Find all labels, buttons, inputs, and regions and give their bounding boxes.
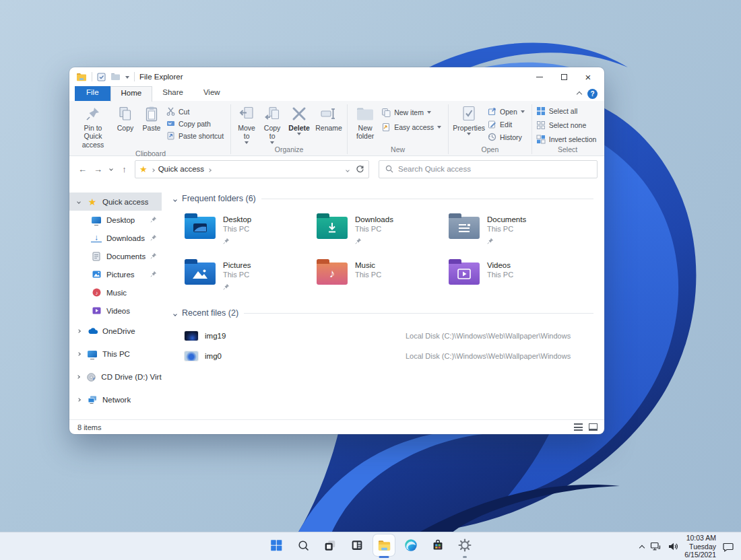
taskbar-clock[interactable]: 10:03 AM Tuesday 6/15/2021 <box>684 534 716 559</box>
search-input[interactable] <box>398 165 591 173</box>
select-all-button[interactable]: Select all <box>535 106 601 116</box>
sidebar-item-network[interactable]: Network <box>69 388 162 411</box>
new-folder-button[interactable]: New folder <box>350 103 380 141</box>
search-box[interactable] <box>379 160 598 178</box>
folder-tile-documents[interactable]: Documents This PC <box>449 211 581 250</box>
folder-tile-pictures[interactable]: Pictures This PC <box>185 257 317 296</box>
paste-button[interactable]: Paste <box>138 103 165 132</box>
tab-view[interactable]: View <box>193 86 230 101</box>
recent-file-row[interactable]: img0 Local Disk (C:)\Windows\Web\Wallpap… <box>185 346 593 366</box>
move-to-button[interactable]: Move to <box>234 103 259 144</box>
sidebar-item-pictures[interactable]: Pictures <box>69 265 162 283</box>
file-explorer-window: File Explorer × File Home Share View ? <box>69 67 604 434</box>
pin-to-quick-access-button[interactable]: Pin to Quick access <box>73 103 112 149</box>
expand-chevron-icon[interactable] <box>75 201 82 203</box>
delete-button[interactable]: Delete <box>285 103 313 135</box>
file-explorer-button[interactable] <box>373 534 395 556</box>
breadcrumb[interactable]: Quick access <box>158 165 204 173</box>
details-view-icon[interactable] <box>574 423 583 431</box>
copy-path-button[interactable]: Copy path <box>165 118 228 129</box>
help-icon[interactable]: ? <box>587 89 598 99</box>
minimize-button[interactable] <box>527 68 552 85</box>
qat-new-folder-icon[interactable] <box>110 73 121 81</box>
easy-access-button[interactable]: Easy access <box>380 122 445 133</box>
folder-tile-videos[interactable]: Videos This PC <box>449 257 581 296</box>
tray-overflow-chevron-icon[interactable] <box>640 540 644 553</box>
pin-icon <box>355 235 393 247</box>
folder-tile-downloads[interactable]: Downloads This PC <box>317 211 449 250</box>
settings-gear-icon <box>457 538 472 553</box>
folder-tile-music[interactable]: ♪ Music This PC <box>317 257 449 296</box>
collapse-section-icon[interactable] <box>174 194 176 203</box>
settings-button[interactable] <box>454 534 476 556</box>
large-icons-view-icon[interactable] <box>589 423 598 431</box>
properties-icon <box>462 105 476 123</box>
search-button[interactable] <box>292 534 314 556</box>
start-button[interactable] <box>265 534 287 556</box>
sidebar-item-onedrive[interactable]: OneDrive <box>69 320 162 343</box>
task-view-icon <box>323 538 337 553</box>
copy-to-button[interactable]: Copy to <box>259 103 285 144</box>
expand-chevron-icon[interactable] <box>75 353 82 355</box>
close-button[interactable]: × <box>576 68 600 85</box>
notification-center-icon[interactable] <box>722 540 734 553</box>
properties-button[interactable]: Properties <box>451 103 486 135</box>
select-none-icon <box>536 120 546 130</box>
store-button[interactable] <box>427 534 449 556</box>
edit-button[interactable]: Edit <box>486 119 529 129</box>
recent-file-row[interactable]: img19 Local Disk (C:)\Windows\Web\Wallpa… <box>185 326 593 346</box>
sidebar-item-this-pc[interactable]: This PC <box>69 343 162 365</box>
up-button[interactable]: ↑ <box>117 161 132 177</box>
sidebar-item-downloads[interactable]: ↓ Downloads <box>69 229 162 247</box>
cut-button[interactable]: Cut <box>165 106 228 116</box>
sidebar-item-documents[interactable]: Documents <box>69 247 162 265</box>
maximize-button[interactable] <box>552 68 576 85</box>
breadcrumb-chevron-icon[interactable] <box>208 165 211 173</box>
qat-properties-icon[interactable] <box>97 73 106 81</box>
address-dropdown-icon[interactable] <box>346 165 349 173</box>
edit-icon <box>488 120 496 129</box>
qat-customize-dropdown-icon[interactable] <box>125 73 129 81</box>
new-item-icon <box>381 108 391 117</box>
volume-icon[interactable] <box>668 541 678 552</box>
collapse-section-icon[interactable] <box>174 308 176 318</box>
task-view-button[interactable] <box>319 534 341 556</box>
desktop-icon <box>91 215 102 225</box>
edge-button[interactable] <box>400 534 422 556</box>
ribbon-group-open: Properties Open Edit History <box>451 103 529 155</box>
expand-chevron-icon[interactable] <box>75 376 81 378</box>
sidebar-item-music[interactable]: ♪ Music <box>69 283 162 302</box>
select-none-button[interactable]: Select none <box>535 120 601 131</box>
sidebar-item-videos[interactable]: Videos <box>69 302 162 320</box>
cut-icon <box>166 107 175 116</box>
tab-home[interactable]: Home <box>110 86 153 102</box>
new-item-button[interactable]: New item <box>380 107 445 118</box>
invert-selection-button[interactable]: Invert selection <box>535 134 601 145</box>
folder-tile-desktop[interactable]: Desktop This PC <box>185 211 317 250</box>
copy-button[interactable]: Copy <box>112 103 138 132</box>
paste-shortcut-button[interactable]: Paste shortcut <box>165 131 228 141</box>
sidebar-item-desktop[interactable]: Desktop <box>69 211 162 229</box>
expand-chevron-icon[interactable] <box>75 330 82 332</box>
refresh-icon[interactable] <box>356 165 364 174</box>
tab-share[interactable]: Share <box>152 86 193 101</box>
sidebar-item-cd-drive[interactable]: CD Drive (D:) Virtuall <box>69 365 162 388</box>
dropdown-caret <box>270 141 274 144</box>
recent-locations-dropdown[interactable] <box>106 161 117 177</box>
open-button[interactable]: Open <box>486 106 529 116</box>
store-icon <box>430 538 445 553</box>
rename-button[interactable]: Rename <box>313 103 344 132</box>
tab-file[interactable]: File <box>75 86 110 101</box>
address-bar[interactable]: ★ Quick access <box>135 160 369 178</box>
forward-button[interactable]: → <box>90 161 106 177</box>
open-icon <box>488 107 496 116</box>
network-icon[interactable] <box>650 541 662 552</box>
widgets-button[interactable] <box>346 534 368 556</box>
videos-folder-icon <box>449 262 480 285</box>
history-button[interactable]: History <box>486 132 529 142</box>
sidebar-item-quick-access[interactable]: ★ Quick access <box>69 193 162 211</box>
expand-chevron-icon[interactable] <box>75 398 82 401</box>
pin-icon <box>487 235 526 247</box>
collapse-ribbon-icon[interactable] <box>577 90 581 98</box>
back-button[interactable]: ← <box>75 161 90 177</box>
